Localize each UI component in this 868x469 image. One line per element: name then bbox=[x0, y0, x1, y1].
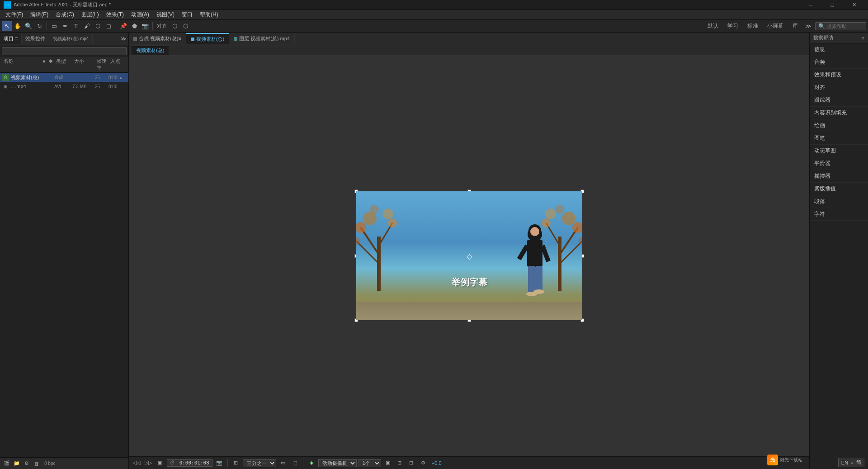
view-select[interactable]: 1个 bbox=[359, 459, 381, 467]
close-button[interactable]: ✕ bbox=[844, 0, 864, 10]
comp-tab-inactive[interactable]: 合成 视频素材(总)≡ bbox=[129, 33, 186, 44]
search-input[interactable] bbox=[827, 24, 863, 29]
workspace-more[interactable]: ≫ bbox=[803, 21, 813, 31]
preview-ram[interactable]: ▣ bbox=[155, 459, 165, 468]
right-panel-motion-sketch[interactable]: 动态草图 bbox=[810, 145, 868, 157]
camera-select[interactable]: 活动摄像机 bbox=[318, 459, 357, 467]
right-panel-info[interactable]: 信息 bbox=[810, 43, 868, 56]
preview-view2[interactable]: ⊟ bbox=[406, 459, 416, 468]
tool-pin[interactable]: 📌 bbox=[118, 21, 128, 31]
menu-compose[interactable]: 合成(C) bbox=[52, 10, 78, 19]
preview-subtab-active[interactable]: 视频素材(总) bbox=[132, 46, 169, 55]
right-panel-effects[interactable]: 效果和预设 bbox=[810, 69, 868, 81]
workspace-default[interactable]: 默认 bbox=[704, 21, 722, 31]
svg-point-4 bbox=[356, 222, 366, 233]
right-panel-paint[interactable]: 绘画 bbox=[810, 119, 868, 132]
item-name-footage: ....mp4 bbox=[11, 84, 54, 89]
right-panel-character[interactable]: 字符 bbox=[810, 208, 868, 221]
delete-btn[interactable]: 🗑 bbox=[33, 460, 41, 468]
menu-animate[interactable]: 动画(A) bbox=[127, 10, 153, 19]
panel-options[interactable]: ≫ bbox=[118, 34, 128, 44]
preview-btn-2[interactable]: ▷▷ bbox=[143, 459, 153, 468]
item-type-comp: 合成 bbox=[54, 74, 72, 81]
comp-tab-footage[interactable]: 图层 视频素材(总).mp4 bbox=[229, 33, 295, 44]
menu-effects[interactable]: 效果(T) bbox=[103, 10, 127, 19]
right-panel-brushes[interactable]: 图笔 bbox=[810, 132, 868, 145]
tool-camera[interactable]: 📷 bbox=[140, 21, 150, 31]
workspace-small[interactable]: 小屏幕 bbox=[764, 21, 787, 31]
preview-fast[interactable]: ◈ bbox=[307, 459, 316, 468]
new-composition-btn[interactable]: 🎬 bbox=[3, 460, 11, 468]
preview-3d-mode[interactable]: ▣ bbox=[383, 459, 393, 468]
comp-tab-icon-footage bbox=[234, 37, 237, 41]
toolbar-sep-1 bbox=[47, 22, 47, 30]
right-panel-smoother[interactable]: 平滑器 bbox=[810, 157, 868, 170]
tool-zoom[interactable]: 🔍 bbox=[24, 21, 33, 31]
menu-edit[interactable]: 编辑(E) bbox=[27, 10, 52, 19]
comp-tab-active[interactable]: 视频素材(总) bbox=[186, 33, 229, 44]
menu-view[interactable]: 视图(V) bbox=[153, 10, 178, 19]
project-search-input[interactable] bbox=[2, 47, 127, 55]
col-icon2: ◆ bbox=[47, 58, 54, 71]
viewport: 视频素材(总) bbox=[129, 45, 809, 456]
preview-btn-1[interactable]: ◁◁ bbox=[132, 459, 142, 468]
menu-help[interactable]: 帮助(H) bbox=[196, 10, 222, 19]
right-panel-content-fill[interactable]: 内容识别填充 bbox=[810, 107, 868, 119]
right-panel-align[interactable]: 对齐 bbox=[810, 81, 868, 94]
tool-select[interactable]: ↖ bbox=[2, 21, 12, 31]
tab-footage[interactable]: 视频素材(总).mp4 bbox=[49, 34, 93, 44]
main-layout: 项目 = 效果控件 视频素材(总).mp4 ≫ 名称 ▲ ◆ 类型 大小 帧速率… bbox=[0, 33, 868, 469]
tool-shape[interactable]: ⬟ bbox=[129, 21, 139, 31]
tab-project[interactable]: 项目 = bbox=[0, 33, 22, 44]
tool-align-left[interactable]: ⬡ bbox=[170, 21, 179, 31]
tool-brush[interactable]: 🖌 bbox=[82, 21, 92, 31]
workspace-library[interactable]: 库 bbox=[789, 21, 802, 31]
preview-image: 举例字幕 ◇ bbox=[356, 191, 582, 320]
tool-pen[interactable]: ✒ bbox=[60, 21, 70, 31]
svg-point-5 bbox=[388, 218, 397, 227]
center-crosshair: ◇ bbox=[467, 251, 472, 260]
tool-text[interactable]: T bbox=[71, 21, 81, 31]
tool-stamp[interactable]: ⬡ bbox=[93, 21, 103, 31]
panel-tabs: 项目 = 效果控件 视频素材(总).mp4 ≫ bbox=[0, 33, 128, 45]
footage-settings-btn[interactable]: ⚙ bbox=[23, 460, 31, 468]
workspace-learn[interactable]: 学习 bbox=[724, 21, 742, 31]
toolbar: ↖ ✋ 🔍 ↻ ▭ ✒ T 🖌 ⬡ ◻ 📌 ⬟ 📷 对齐 ⬡ ⬡ 默认 学习 标… bbox=[0, 20, 868, 33]
new-folder-btn[interactable]: 📁 bbox=[13, 460, 21, 468]
align-label: 对齐 bbox=[155, 23, 169, 29]
right-panel-motion-interp[interactable]: 紫版插值 bbox=[810, 183, 868, 195]
right-panel-tracker[interactable]: 跟踪器 bbox=[810, 94, 868, 107]
tab-effects-controls[interactable]: 效果控件 bbox=[22, 33, 49, 44]
menu-layer[interactable]: 图层(L) bbox=[78, 10, 103, 19]
col-size: 大小 bbox=[72, 58, 95, 71]
resolution-select[interactable]: 三分之一 二分之一 完整 bbox=[243, 459, 276, 467]
right-panel-paragraph[interactable]: 段落 bbox=[810, 195, 868, 208]
tool-hand[interactable]: ✋ bbox=[13, 21, 23, 31]
preview-transparent[interactable]: ⬚ bbox=[290, 459, 300, 468]
ime-sep: ▲ bbox=[850, 460, 854, 465]
tool-eraser[interactable]: ◻ bbox=[104, 21, 113, 31]
workspace-standard[interactable]: 标准 bbox=[744, 21, 762, 31]
tool-rotate[interactable]: ↻ bbox=[34, 21, 44, 31]
maximize-button[interactable]: □ bbox=[822, 0, 843, 10]
right-panel-wiggler[interactable]: 摇摆器 bbox=[810, 170, 868, 183]
preview-settings[interactable]: ⚙ bbox=[418, 459, 428, 468]
minimize-button[interactable]: ─ bbox=[800, 0, 821, 10]
svg-point-29 bbox=[533, 289, 544, 294]
window-controls: ─ □ ✕ bbox=[800, 0, 864, 10]
preview-grid[interactable]: ⊞ bbox=[231, 459, 241, 468]
menu-file[interactable]: 文件(F) bbox=[2, 10, 27, 19]
svg-line-3 bbox=[356, 241, 379, 264]
tool-align-right[interactable]: ⬡ bbox=[180, 21, 190, 31]
svg-point-17 bbox=[562, 212, 576, 225]
preview-region[interactable]: ▭ bbox=[278, 459, 288, 468]
ime-lang: EN bbox=[841, 460, 848, 465]
tool-rect[interactable]: ▭ bbox=[49, 21, 59, 31]
project-item-footage[interactable]: ▣ ....mp4 AVI 7.3 MB 25 0:00 bbox=[0, 82, 128, 91]
project-item-comp[interactable]: 合 视频素材(总) 合成 25 0:00:▲ bbox=[0, 73, 128, 82]
toolbar-right-area: 默认 学习 标准 小屏幕 库 ≫ 🔍 bbox=[704, 21, 866, 31]
right-panel-audio[interactable]: 音频 bbox=[810, 56, 868, 69]
preview-snapshot[interactable]: 📷 bbox=[214, 459, 224, 468]
preview-render[interactable]: ⊡ bbox=[395, 459, 405, 468]
menu-window[interactable]: 窗口 bbox=[178, 10, 196, 19]
